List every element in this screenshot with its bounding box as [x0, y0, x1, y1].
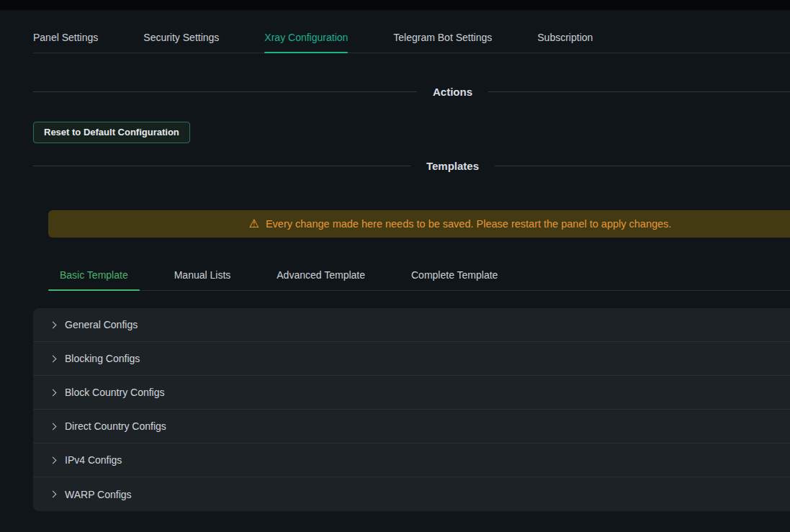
- accordion-label: General Configs: [65, 319, 138, 330]
- accordion-label: Blocking Configs: [65, 353, 140, 364]
- accordion-general-configs[interactable]: General Configs: [33, 308, 790, 342]
- settings-tab-bar: Panel Settings Security Settings Xray Co…: [33, 10, 790, 53]
- accordion-warp-configs[interactable]: WARP Configs: [33, 477, 790, 511]
- tab-complete-template[interactable]: Complete Template: [400, 269, 509, 290]
- actions-section-divider: Actions: [33, 85, 790, 99]
- chevron-right-icon: [50, 355, 57, 362]
- chevron-right-icon: [50, 456, 57, 464]
- templates-section-title: Templates: [426, 159, 479, 173]
- chevron-right-icon: [50, 491, 57, 498]
- actions-button-row: Reset to Default Configuration: [33, 122, 790, 143]
- warning-text: Every change made here needs to be saved…: [266, 218, 671, 230]
- chevron-right-icon: [50, 321, 57, 328]
- templates-content: ⚠ Every change made here needs to be sav…: [33, 210, 790, 291]
- tab-subscription[interactable]: Subscription: [537, 32, 593, 53]
- warning-icon: ⚠: [249, 218, 259, 230]
- tab-telegram-bot-settings[interactable]: Telegram Bot Settings: [393, 32, 492, 53]
- accordion-blocking-configs[interactable]: Blocking Configs: [33, 342, 790, 376]
- accordion-label: Direct Country Configs: [65, 420, 166, 432]
- actions-section-title: Actions: [433, 85, 472, 99]
- divider-line: [495, 166, 790, 166]
- tab-basic-template[interactable]: Basic Template: [48, 269, 140, 290]
- settings-page: Panel Settings Security Settings Xray Co…: [33, 10, 790, 511]
- tab-manual-lists[interactable]: Manual Lists: [163, 269, 243, 290]
- accordion-block-country-configs[interactable]: Block Country Configs: [33, 376, 790, 410]
- tab-security-settings[interactable]: Security Settings: [143, 32, 219, 53]
- chevron-right-icon: [50, 423, 57, 430]
- divider-line: [33, 166, 410, 166]
- tab-advanced-template[interactable]: Advanced Template: [265, 269, 377, 290]
- accordion-label: WARP Configs: [65, 489, 132, 500]
- accordion-ipv4-configs[interactable]: IPv4 Configs: [33, 443, 790, 477]
- accordion-label: Block Country Configs: [65, 387, 165, 398]
- tab-panel-settings[interactable]: Panel Settings: [33, 32, 98, 53]
- restart-warning-alert: ⚠ Every change made here needs to be sav…: [48, 210, 790, 238]
- chevron-right-icon: [50, 389, 57, 396]
- templates-section-divider: Templates: [33, 159, 790, 173]
- divider-line: [33, 91, 417, 92]
- tab-xray-configuration[interactable]: Xray Configuration: [264, 32, 348, 53]
- template-tab-bar: Basic Template Manual Lists Advanced Tem…: [48, 263, 790, 291]
- config-accordion: General Configs Blocking Configs Block C…: [33, 308, 790, 511]
- top-window-strip: [0, 0, 790, 10]
- divider-line: [488, 91, 790, 92]
- reset-to-default-button[interactable]: Reset to Default Configuration: [33, 122, 190, 143]
- accordion-direct-country-configs[interactable]: Direct Country Configs: [33, 410, 790, 443]
- accordion-label: IPv4 Configs: [65, 454, 122, 466]
